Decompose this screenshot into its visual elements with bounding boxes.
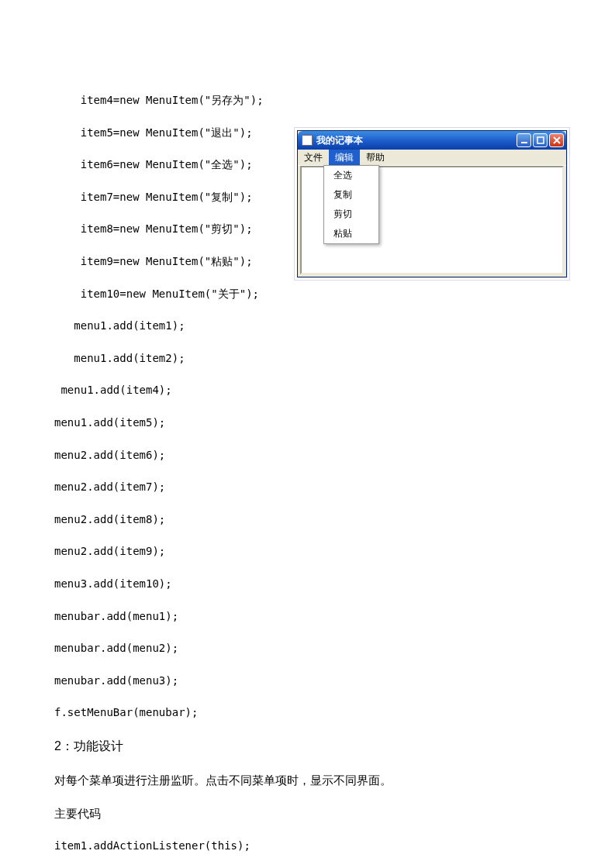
code-line: menu2.add(item9); bbox=[54, 544, 561, 560]
code-line: menu1.add(item2); bbox=[54, 351, 561, 367]
code-line: item10=new MenuItem("关于"); bbox=[54, 287, 561, 302]
code-line: item1.addActionListener(this); bbox=[54, 839, 561, 854]
menu-help[interactable]: 帮助 bbox=[360, 150, 391, 166]
code-line: menu1.add(item5); bbox=[54, 415, 561, 431]
code-line: menu1.add(item4); bbox=[54, 383, 561, 398]
window-title: 我的记事本 bbox=[316, 134, 517, 147]
code-line: item4=new MenuItem("另存为"); bbox=[54, 93, 561, 108]
java-app-icon bbox=[302, 135, 313, 146]
code-line: menubar.add(menu3); bbox=[54, 673, 561, 689]
code-line: menu3.add(item10); bbox=[54, 577, 561, 592]
code-line: menubar.add(menu1); bbox=[54, 609, 561, 625]
edit-dropdown: 全选 复制 剪切 粘贴 bbox=[323, 165, 379, 244]
code-line: menu2.add(item7); bbox=[54, 480, 561, 495]
menuitem-selectall[interactable]: 全选 bbox=[324, 166, 378, 185]
paragraph: 对每个菜单项进行注册监听。点击不同菜单项时，显示不同界面。 bbox=[54, 772, 561, 788]
code-line: menubar.add(menu2); bbox=[54, 641, 561, 656]
code-line: menu2.add(item8); bbox=[54, 512, 561, 528]
menuitem-paste[interactable]: 粘贴 bbox=[324, 224, 378, 243]
code-line: menu2.add(item6); bbox=[54, 448, 561, 463]
section-heading: 2：功能设计 bbox=[54, 738, 561, 755]
notepad-window: 我的记事本 文件 编辑 帮助 全选 复制 剪切 粘贴 bbox=[297, 130, 567, 277]
close-button[interactable] bbox=[549, 133, 564, 147]
menuitem-cut[interactable]: 剪切 bbox=[324, 205, 378, 224]
minimize-button[interactable] bbox=[517, 133, 531, 147]
menuitem-copy[interactable]: 复制 bbox=[324, 185, 378, 205]
maximize-button[interactable] bbox=[533, 133, 548, 147]
menubar: 文件 编辑 帮助 bbox=[298, 150, 566, 166]
svg-rect-1 bbox=[537, 137, 544, 143]
menu-edit[interactable]: 编辑 bbox=[329, 150, 360, 166]
svg-rect-0 bbox=[521, 142, 527, 143]
paragraph: 主要代码 bbox=[54, 805, 561, 822]
code-line: f.setMenuBar(menubar); bbox=[54, 705, 561, 721]
menu-file[interactable]: 文件 bbox=[298, 150, 329, 166]
code-line: menu1.add(item1); bbox=[54, 319, 561, 334]
titlebar[interactable]: 我的记事本 bbox=[298, 131, 566, 150]
